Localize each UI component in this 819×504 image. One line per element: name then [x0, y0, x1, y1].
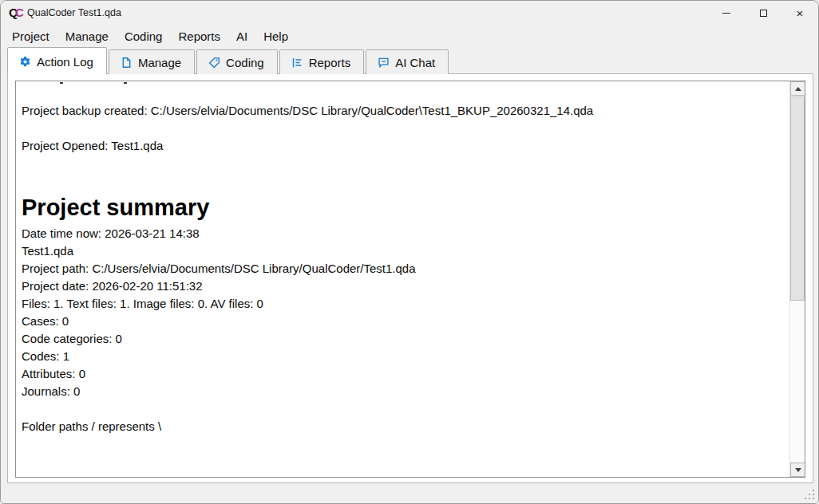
maximize-icon [760, 10, 767, 17]
menu-bar: Project Manage Coding Reports AI Help [1, 25, 818, 47]
logo-letter-c: C [15, 6, 24, 20]
report-icon [291, 57, 303, 69]
log-line-folder-paths: Folder paths / represents \ [22, 418, 785, 435]
tab-label-ai-chat: AI Chat [395, 56, 435, 69]
log-line-project-opened: Project Opened: Test1.qda [22, 137, 785, 155]
project-summary-heading: Project summary [22, 193, 785, 222]
window-title: QualCoder Test1.qda [27, 7, 121, 18]
log-line [22, 120, 785, 137]
resize-grip[interactable] [804, 489, 815, 500]
action-log-content: Project backup created: C:/Users/elvia/D… [16, 81, 789, 477]
menu-help[interactable]: Help [255, 27, 296, 45]
log-line [22, 155, 785, 172]
minimize-button[interactable] [708, 1, 745, 25]
menu-manage[interactable]: Manage [57, 27, 117, 45]
tab-manage[interactable]: Manage [109, 49, 195, 74]
tab-bar: Action Log Manage Coding Reports AI Chat [7, 47, 812, 74]
tab-label-action-log: Action Log [37, 55, 93, 69]
log-line-backup-created: Project backup created: C:/Users/elvia/D… [22, 102, 785, 120]
log-line-project-date: Project date: 2026-02-20 11:51:32 [22, 278, 785, 295]
log-line [22, 400, 785, 418]
title-bar[interactable]: Q C QualCoder Test1.qda × [1, 1, 818, 25]
log-line [22, 85, 785, 102]
qualcoder-logo-icon: Q C [9, 6, 25, 20]
tab-action-log[interactable]: Action Log [7, 47, 107, 74]
log-line-code-categories: Code categories: 0 [22, 330, 785, 348]
log-line-project-name: Test1.qda [22, 242, 785, 260]
arrow-up-icon [795, 87, 801, 91]
app-window: Q C QualCoder Test1.qda × Project Manage… [0, 0, 819, 504]
arrow-down-icon [795, 468, 801, 472]
document-icon [121, 57, 133, 69]
menu-project[interactable]: Project [4, 27, 57, 45]
menu-coding[interactable]: Coding [117, 27, 171, 45]
log-line-project-path: Project path: C:/Users/elvia/Documents/D… [22, 260, 785, 278]
log-line-attributes: Attributes: 0 [22, 365, 785, 383]
close-icon: × [797, 7, 804, 19]
vertical-scrollbar[interactable] [789, 81, 805, 477]
tab-reports[interactable]: Reports [279, 49, 365, 74]
log-line-cases: Cases: 0 [22, 313, 785, 330]
close-button[interactable]: × [781, 1, 818, 25]
scroll-up-button[interactable] [790, 81, 805, 96]
menu-ai[interactable]: AI [228, 27, 255, 45]
window-controls: × [708, 1, 818, 25]
log-line-codes: Codes: 1 [22, 348, 785, 365]
log-line-files: Files: 1. Text files: 1. Image files: 0.… [22, 295, 785, 313]
scrollbar-thumb[interactable] [790, 96, 805, 301]
scroll-down-button[interactable] [790, 463, 805, 477]
tab-ai-chat[interactable]: AI Chat [366, 49, 449, 74]
gear-icon [19, 56, 31, 68]
tab-label-reports: Reports [309, 56, 351, 69]
menu-reports[interactable]: Reports [170, 27, 228, 45]
tab-label-coding: Coding [226, 56, 264, 69]
chat-icon [378, 57, 390, 69]
status-bar [1, 482, 818, 503]
log-line-date-time-now: Date time now: 2026-03-21 14:38 [22, 225, 785, 242]
scrollbar-track[interactable] [790, 96, 805, 463]
log-line-journals: Journals: 0 [22, 383, 785, 400]
action-log-textedit[interactable]: Project backup created: C:/Users/elvia/D… [15, 81, 805, 478]
tab-label-manage: Manage [138, 56, 181, 69]
tab-coding[interactable]: Coding [196, 49, 278, 74]
tag-icon [208, 57, 220, 69]
minimize-icon [722, 13, 730, 14]
maximize-button[interactable] [745, 1, 781, 25]
